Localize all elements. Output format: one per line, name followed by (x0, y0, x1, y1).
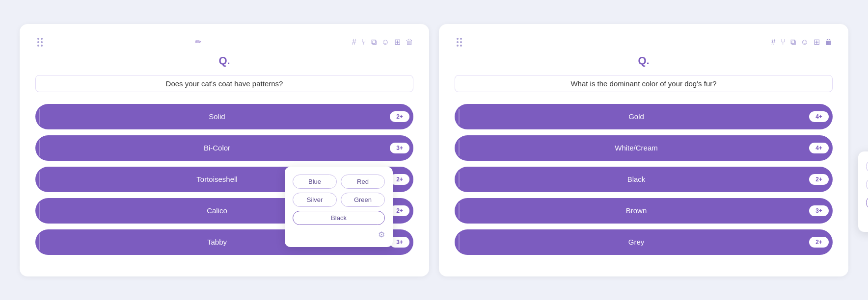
option-row-white[interactable]: White/Cream 4+ (455, 135, 833, 161)
option-row[interactable]: Bi-Color 3+ (35, 135, 413, 161)
hash-icon[interactable]: # (352, 38, 356, 47)
card-2-toolbar-right: # ⑂ ⧉ ☺ ⊞ 🗑 (771, 37, 833, 47)
option-row-black[interactable]: Black 2+ (455, 167, 833, 192)
card-1-toolbar-right: # ⑂ ⧉ ☺ ⊞ 🗑 (352, 37, 413, 47)
option-row-brown[interactable]: Brown 3+ (455, 198, 833, 224)
popup-grid: Blue Red Silver Green Black (293, 175, 385, 225)
popup-chip-black-2[interactable]: Black (866, 196, 868, 210)
option-row-grey[interactable]: Grey 2+ (455, 229, 833, 255)
popup-chip-blue-2[interactable]: Blue (866, 159, 868, 174)
emoji-icon-2[interactable]: ☺ (801, 38, 809, 47)
popup-chip-red[interactable]: Red (341, 175, 385, 189)
popup-settings-icon[interactable]: ⚙ (293, 230, 385, 239)
option-badge-black: 2+ (809, 174, 829, 185)
branch-icon-2[interactable]: ⑂ (781, 38, 786, 47)
option-badge: 2+ (390, 174, 409, 185)
option-label-gold: Gold (463, 112, 809, 121)
option-badge: 3+ (390, 143, 409, 153)
option-label-white: White/Cream (463, 144, 809, 152)
option-row[interactable]: Solid 2+ (35, 104, 413, 129)
branch-icon[interactable]: ⑂ (361, 38, 366, 47)
popup-chip-black[interactable]: Black (293, 211, 385, 225)
delete-icon[interactable]: 🗑 (406, 38, 413, 47)
drag-dots-icon[interactable] (35, 36, 45, 49)
option-badge: 2+ (390, 205, 409, 216)
hash-icon-2[interactable]: # (771, 38, 776, 47)
grid-icon-2[interactable]: ⊞ (814, 37, 820, 47)
emoji-icon[interactable]: ☺ (381, 38, 389, 47)
edit-icon[interactable]: ✏ (195, 37, 201, 47)
option-label-grey: Grey (463, 238, 809, 246)
drag-handle-2[interactable] (455, 36, 464, 49)
popup-chip-green[interactable]: Green (341, 193, 385, 207)
popup-chip-silver-2[interactable]: Silver (866, 177, 868, 192)
copy-icon[interactable]: ⧉ (371, 38, 377, 47)
drag-handle[interactable] (35, 36, 45, 49)
option-badge: 3+ (390, 237, 409, 248)
card-2-q-label: Q. (455, 54, 833, 67)
card-1: ✏ # ⑂ ⧉ ☺ ⊞ 🗑 Q. Does your cat's coat ha… (20, 24, 429, 276)
option-label-brown: Brown (463, 206, 809, 215)
page-container: ✏ # ⑂ ⧉ ☺ ⊞ 🗑 Q. Does your cat's coat ha… (10, 14, 858, 286)
option-badge-brown: 3+ (809, 205, 829, 216)
option-badge-gold: 4+ (809, 111, 829, 122)
option-label: Solid (44, 112, 390, 121)
card-1-toolbar: ✏ # ⑂ ⧉ ☺ ⊞ 🗑 (35, 36, 413, 49)
option-badge: 2+ (390, 111, 409, 122)
delete-icon-2[interactable]: 🗑 (825, 38, 833, 47)
grid-icon[interactable]: ⊞ (394, 37, 401, 47)
copy-icon-2[interactable]: ⧉ (790, 38, 796, 47)
option-badge-white: 4+ (809, 143, 829, 153)
card-1-question: Does your cat's coat have patterns? (35, 75, 413, 92)
popup-settings-icon-2[interactable]: ⚙ (866, 215, 868, 224)
card-2: # ⑂ ⧉ ☺ ⊞ 🗑 Q. What is the dominant colo… (439, 24, 848, 276)
option-row-gold[interactable]: Gold 4+ (455, 104, 833, 129)
drag-dots-icon-2[interactable] (455, 36, 464, 49)
popup-grid-2: Blue Red Silver Green Black (866, 159, 868, 210)
option-label-black: Black (463, 175, 809, 183)
card-1-popup: Blue Red Silver Green Black ⚙ (285, 167, 393, 247)
card-2-popup: Blue Red Silver Green Black ⚙ (858, 151, 868, 232)
card-2-question: What is the dominant color of your dog's… (455, 75, 833, 92)
option-label: Bi-Color (44, 144, 390, 152)
card-1-q-label: Q. (35, 54, 413, 67)
option-badge-grey: 2+ (809, 237, 829, 248)
popup-chip-silver[interactable]: Silver (293, 193, 337, 207)
popup-chip-blue[interactable]: Blue (293, 175, 337, 189)
card-2-toolbar: # ⑂ ⧉ ☺ ⊞ 🗑 (455, 36, 833, 49)
